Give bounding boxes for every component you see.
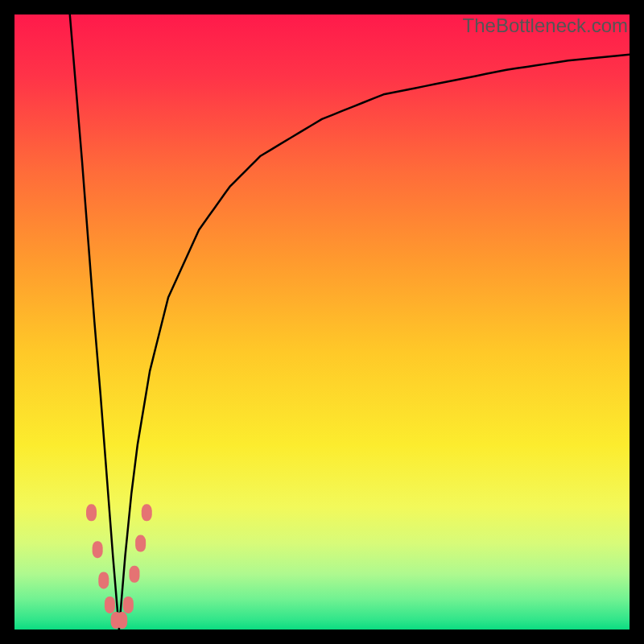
highlight-dot bbox=[123, 597, 134, 613]
highlight-dot bbox=[135, 535, 146, 552]
highlight-dot bbox=[98, 572, 109, 588]
gradient-background bbox=[14, 14, 630, 630]
highlight-dot bbox=[142, 504, 152, 521]
highlight-dot bbox=[117, 612, 127, 629]
highlight-dot bbox=[105, 597, 115, 613]
highlight-dot bbox=[129, 566, 139, 583]
chart-frame: TheBottleneck.com bbox=[0, 0, 644, 644]
plot-area: TheBottleneck.com bbox=[14, 14, 630, 630]
highlight-dot bbox=[93, 541, 103, 558]
bottleneck-curve-chart bbox=[14, 14, 630, 630]
highlight-dot bbox=[86, 504, 97, 521]
